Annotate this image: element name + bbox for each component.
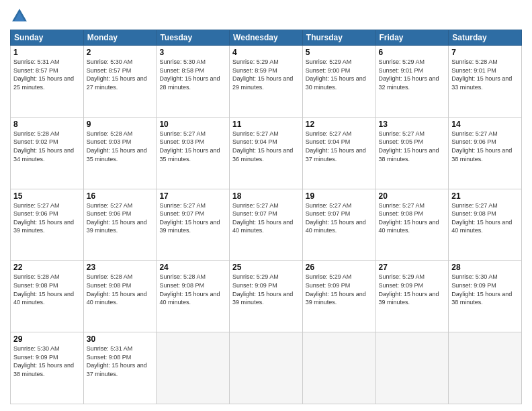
- calendar-cell: 20Sunrise: 5:27 AMSunset: 9:08 PMDayligh…: [375, 189, 449, 261]
- calendar-cell: 6Sunrise: 5:29 AMSunset: 9:01 PMDaylight…: [375, 46, 449, 118]
- day-number: 16: [87, 191, 154, 201]
- column-header-monday: Monday: [83, 30, 157, 46]
- calendar-cell: 11Sunrise: 5:27 AMSunset: 9:04 PMDayligh…: [230, 117, 303, 189]
- calendar-cell: 26Sunrise: 5:29 AMSunset: 9:09 PMDayligh…: [302, 261, 375, 332]
- column-header-saturday: Saturday: [449, 30, 522, 46]
- day-info: Sunrise: 5:29 AMSunset: 8:59 PMDaylight:…: [232, 58, 300, 91]
- calendar-cell: 8Sunrise: 5:28 AMSunset: 9:02 PMDaylight…: [11, 117, 84, 189]
- calendar-cell: 4Sunrise: 5:29 AMSunset: 8:59 PMDaylight…: [230, 46, 303, 118]
- day-number: 5: [306, 48, 373, 57]
- day-info: Sunrise: 5:27 AMSunset: 9:04 PMDaylight:…: [232, 130, 300, 163]
- day-info: Sunrise: 5:27 AMSunset: 9:08 PMDaylight:…: [379, 201, 446, 235]
- day-number: 14: [451, 120, 519, 129]
- day-number: 22: [13, 263, 81, 272]
- day-number: 18: [232, 191, 300, 201]
- calendar-cell: 28Sunrise: 5:30 AMSunset: 9:09 PMDayligh…: [449, 261, 522, 332]
- day-number: 11: [232, 120, 300, 129]
- calendar-cell: [157, 332, 230, 404]
- day-info: Sunrise: 5:30 AMSunset: 8:58 PMDaylight:…: [159, 58, 226, 91]
- day-info: Sunrise: 5:27 AMSunset: 9:05 PMDaylight:…: [379, 130, 446, 163]
- day-info: Sunrise: 5:27 AMSunset: 9:06 PMDaylight:…: [13, 201, 81, 235]
- day-number: 24: [159, 263, 226, 272]
- day-number: 15: [13, 191, 81, 201]
- day-info: Sunrise: 5:30 AMSunset: 9:09 PMDaylight:…: [13, 345, 81, 378]
- day-info: Sunrise: 5:29 AMSunset: 9:01 PMDaylight:…: [379, 58, 446, 91]
- day-info: Sunrise: 5:28 AMSunset: 9:01 PMDaylight:…: [451, 58, 519, 91]
- day-number: 23: [87, 263, 154, 272]
- calendar-cell: 16Sunrise: 5:27 AMSunset: 9:06 PMDayligh…: [83, 189, 157, 261]
- day-info: Sunrise: 5:28 AMSunset: 9:02 PMDaylight:…: [13, 130, 81, 163]
- calendar-cell: 14Sunrise: 5:27 AMSunset: 9:06 PMDayligh…: [449, 117, 522, 189]
- calendar-cell: 5Sunrise: 5:29 AMSunset: 9:00 PMDaylight…: [302, 46, 375, 118]
- day-info: Sunrise: 5:28 AMSunset: 9:03 PMDaylight:…: [87, 130, 154, 163]
- day-info: Sunrise: 5:29 AMSunset: 9:09 PMDaylight:…: [232, 273, 300, 306]
- column-header-sunday: Sunday: [11, 30, 84, 46]
- logo: [10, 7, 32, 26]
- calendar-cell: [375, 332, 449, 404]
- calendar-cell: 17Sunrise: 5:27 AMSunset: 9:07 PMDayligh…: [157, 189, 230, 261]
- column-header-wednesday: Wednesday: [230, 30, 303, 46]
- day-number: 6: [379, 48, 446, 57]
- column-header-friday: Friday: [375, 30, 449, 46]
- day-number: 9: [87, 120, 154, 129]
- calendar-cell: 2Sunrise: 5:30 AMSunset: 8:57 PMDaylight…: [83, 46, 157, 118]
- day-info: Sunrise: 5:29 AMSunset: 9:00 PMDaylight:…: [306, 58, 373, 91]
- day-info: Sunrise: 5:30 AMSunset: 8:57 PMDaylight:…: [87, 58, 154, 91]
- calendar-cell: 18Sunrise: 5:27 AMSunset: 9:07 PMDayligh…: [230, 189, 303, 261]
- day-info: Sunrise: 5:27 AMSunset: 9:03 PMDaylight:…: [159, 130, 226, 163]
- day-number: 28: [451, 263, 519, 272]
- day-info: Sunrise: 5:27 AMSunset: 9:06 PMDaylight:…: [87, 201, 154, 235]
- day-number: 21: [451, 191, 519, 201]
- calendar-cell: 13Sunrise: 5:27 AMSunset: 9:05 PMDayligh…: [375, 117, 449, 189]
- day-number: 29: [13, 334, 81, 344]
- calendar-cell: 25Sunrise: 5:29 AMSunset: 9:09 PMDayligh…: [230, 261, 303, 332]
- calendar-cell: 7Sunrise: 5:28 AMSunset: 9:01 PMDaylight…: [449, 46, 522, 118]
- calendar-week-5: 29Sunrise: 5:30 AMSunset: 9:09 PMDayligh…: [11, 332, 522, 404]
- day-number: 19: [306, 191, 373, 201]
- calendar-cell: 30Sunrise: 5:31 AMSunset: 9:08 PMDayligh…: [83, 332, 157, 404]
- calendar-cell: [230, 332, 303, 404]
- day-number: 3: [159, 48, 226, 57]
- day-number: 10: [159, 120, 226, 129]
- day-number: 1: [13, 48, 81, 57]
- header: [10, 7, 522, 26]
- day-info: Sunrise: 5:31 AMSunset: 9:08 PMDaylight:…: [87, 345, 154, 378]
- calendar-header-row: SundayMondayTuesdayWednesdayThursdayFrid…: [11, 30, 522, 46]
- calendar-cell: 22Sunrise: 5:28 AMSunset: 9:08 PMDayligh…: [11, 261, 84, 332]
- calendar-table: SundayMondayTuesdayWednesdayThursdayFrid…: [10, 30, 522, 404]
- calendar-week-1: 1Sunrise: 5:31 AMSunset: 8:57 PMDaylight…: [11, 46, 522, 118]
- day-info: Sunrise: 5:27 AMSunset: 9:06 PMDaylight:…: [451, 130, 519, 163]
- calendar-cell: 21Sunrise: 5:27 AMSunset: 9:08 PMDayligh…: [449, 189, 522, 261]
- calendar-cell: 15Sunrise: 5:27 AMSunset: 9:06 PMDayligh…: [11, 189, 84, 261]
- page: SundayMondayTuesdayWednesdayThursdayFrid…: [0, 0, 532, 411]
- calendar-cell: 1Sunrise: 5:31 AMSunset: 8:57 PMDaylight…: [11, 46, 84, 118]
- day-info: Sunrise: 5:27 AMSunset: 9:07 PMDaylight:…: [306, 201, 373, 235]
- day-number: 17: [159, 191, 226, 201]
- day-info: Sunrise: 5:28 AMSunset: 9:08 PMDaylight:…: [13, 273, 81, 306]
- calendar-week-3: 15Sunrise: 5:27 AMSunset: 9:06 PMDayligh…: [11, 189, 522, 261]
- day-number: 30: [87, 334, 154, 344]
- day-number: 26: [306, 263, 373, 272]
- day-info: Sunrise: 5:31 AMSunset: 8:57 PMDaylight:…: [13, 58, 81, 91]
- calendar-cell: 9Sunrise: 5:28 AMSunset: 9:03 PMDaylight…: [83, 117, 157, 189]
- day-info: Sunrise: 5:29 AMSunset: 9:09 PMDaylight:…: [379, 273, 446, 306]
- day-info: Sunrise: 5:27 AMSunset: 9:08 PMDaylight:…: [451, 201, 519, 235]
- calendar-cell: 19Sunrise: 5:27 AMSunset: 9:07 PMDayligh…: [302, 189, 375, 261]
- calendar-cell: 24Sunrise: 5:28 AMSunset: 9:08 PMDayligh…: [157, 261, 230, 332]
- day-info: Sunrise: 5:28 AMSunset: 9:08 PMDaylight:…: [87, 273, 154, 306]
- day-number: 8: [13, 120, 81, 129]
- day-info: Sunrise: 5:27 AMSunset: 9:07 PMDaylight:…: [232, 201, 300, 235]
- column-header-tuesday: Tuesday: [157, 30, 230, 46]
- calendar-cell: 12Sunrise: 5:27 AMSunset: 9:04 PMDayligh…: [302, 117, 375, 189]
- calendar-week-2: 8Sunrise: 5:28 AMSunset: 9:02 PMDaylight…: [11, 117, 522, 189]
- day-number: 12: [306, 120, 373, 129]
- day-number: 2: [87, 48, 154, 57]
- calendar-cell: 3Sunrise: 5:30 AMSunset: 8:58 PMDaylight…: [157, 46, 230, 118]
- day-info: Sunrise: 5:29 AMSunset: 9:09 PMDaylight:…: [306, 273, 373, 306]
- calendar-cell: 29Sunrise: 5:30 AMSunset: 9:09 PMDayligh…: [11, 332, 84, 404]
- day-number: 13: [379, 120, 446, 129]
- day-number: 7: [451, 48, 519, 57]
- day-info: Sunrise: 5:27 AMSunset: 9:04 PMDaylight:…: [306, 130, 373, 163]
- calendar-cell: 23Sunrise: 5:28 AMSunset: 9:08 PMDayligh…: [83, 261, 157, 332]
- day-number: 4: [232, 48, 300, 57]
